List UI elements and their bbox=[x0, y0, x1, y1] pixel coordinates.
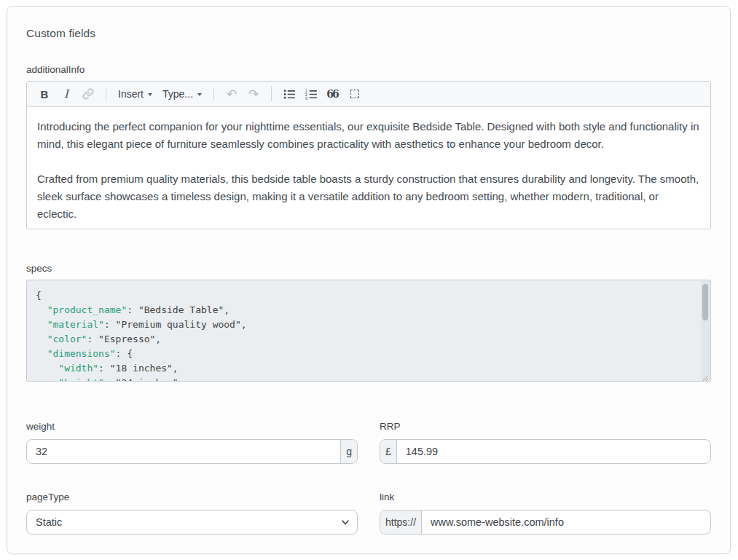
specs-scrollbar-track[interactable] bbox=[701, 281, 710, 380]
svg-text:3: 3 bbox=[305, 96, 307, 100]
editor-content-area[interactable]: Introducing the perfect companion for yo… bbox=[27, 107, 710, 229]
editor-paragraph: Introducing the perfect companion for yo… bbox=[37, 118, 700, 153]
insert-menu-button[interactable]: Insert bbox=[114, 84, 157, 103]
card-title: Custom fields bbox=[26, 27, 711, 40]
link-label: link bbox=[380, 492, 711, 502]
dashed-box-icon bbox=[350, 90, 359, 98]
blockquote-icon: 66 bbox=[326, 88, 337, 100]
italic-button[interactable]: I bbox=[56, 84, 76, 103]
undo-icon: ↶ bbox=[227, 88, 237, 100]
rrp-field-group: RRP £ bbox=[380, 421, 711, 464]
specs-code: { "product_name": "Bedside Table", "mate… bbox=[36, 288, 693, 382]
specs-scrollbar-thumb[interactable] bbox=[702, 284, 708, 320]
rrp-input-group: £ bbox=[380, 439, 711, 464]
toolbar-separator bbox=[213, 87, 214, 101]
weight-unit-addon: g bbox=[340, 440, 357, 463]
weight-field-group: weight g bbox=[26, 421, 358, 464]
redo-button[interactable]: ↷ bbox=[243, 84, 264, 103]
rrp-currency-addon: £ bbox=[380, 440, 397, 463]
specs-textarea[interactable]: { "product_name": "Bedside Table", "mate… bbox=[26, 280, 711, 382]
rich-text-editor: B I Insert Type... ↶ ↷ bbox=[26, 81, 711, 229]
pagetype-select-wrap: Static bbox=[26, 510, 358, 535]
bullet-list-button[interactable] bbox=[279, 84, 299, 103]
rrp-input[interactable] bbox=[397, 440, 710, 463]
pagetype-select[interactable]: Static bbox=[26, 510, 358, 535]
ordered-list-icon: 1 2 3 bbox=[305, 88, 318, 100]
insert-menu-label: Insert bbox=[118, 88, 144, 100]
bullet-list-icon bbox=[283, 88, 296, 100]
custom-fields-card: Custom fields additionalInfo B I Insert … bbox=[7, 6, 731, 554]
undo-button[interactable]: ↶ bbox=[221, 84, 242, 103]
link-button[interactable] bbox=[78, 84, 98, 103]
type-menu-label: Type... bbox=[162, 88, 193, 100]
pagetype-label: pageType bbox=[26, 492, 358, 502]
link-icon bbox=[82, 88, 94, 100]
additionalinfo-label: additionalInfo bbox=[26, 64, 711, 75]
toolbar-separator bbox=[106, 87, 106, 101]
editor-toolbar: B I Insert Type... ↶ ↷ bbox=[27, 82, 710, 107]
rrp-label: RRP bbox=[380, 421, 711, 432]
weight-label: weight bbox=[26, 421, 358, 432]
weight-input[interactable] bbox=[27, 440, 340, 463]
visual-blocks-button[interactable] bbox=[345, 84, 365, 103]
link-field-group: link https:// bbox=[380, 492, 711, 535]
resize-handle-icon[interactable] bbox=[702, 372, 709, 379]
toolbar-separator bbox=[271, 87, 272, 101]
type-menu-button[interactable]: Type... bbox=[158, 84, 206, 103]
blockquote-button[interactable]: 66 bbox=[323, 84, 343, 103]
link-input[interactable] bbox=[422, 510, 710, 534]
chevron-down-icon bbox=[148, 93, 152, 96]
ordered-list-button[interactable]: 1 2 3 bbox=[301, 84, 321, 103]
redo-icon: ↷ bbox=[248, 88, 259, 100]
pagetype-field-group: pageType Static bbox=[26, 492, 358, 535]
specs-label: specs bbox=[26, 263, 711, 274]
weight-input-group: g bbox=[26, 439, 358, 464]
editor-paragraph: Crafted from premium quality materials, … bbox=[37, 170, 700, 223]
chevron-down-icon bbox=[197, 93, 202, 96]
link-protocol-addon: https:// bbox=[380, 510, 422, 534]
link-input-group: https:// bbox=[380, 510, 711, 535]
bold-button[interactable]: B bbox=[34, 84, 55, 103]
